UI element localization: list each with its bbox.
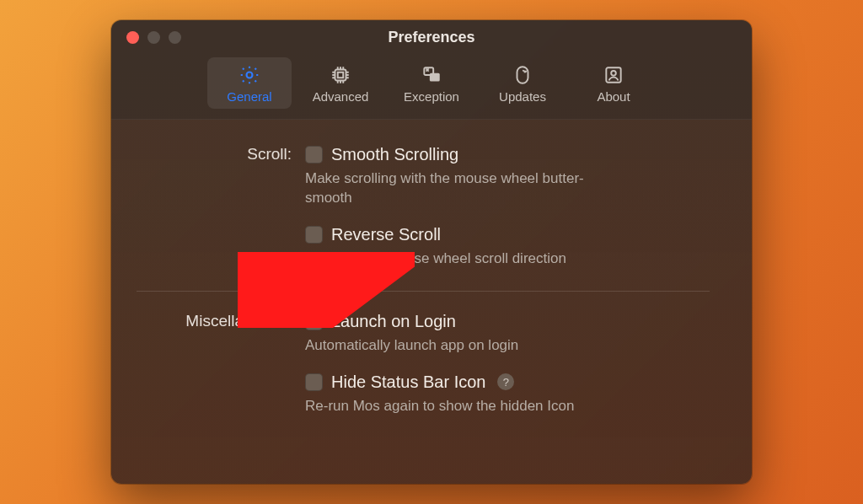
option-title: Launch on Login [331, 312, 456, 331]
option-title: Reverse Scroll [331, 225, 441, 244]
tab-label: About [597, 89, 630, 104]
svg-rect-2 [338, 72, 344, 78]
option-title: Hide Status Bar Icon [331, 373, 485, 392]
maximize-button[interactable] [169, 31, 181, 44]
minimize-button[interactable] [147, 31, 160, 44]
section-misc: Miscellaneous: Launch on Login Automatic… [137, 312, 710, 433]
tab-label: Advanced [313, 89, 369, 104]
svg-point-7 [611, 71, 616, 76]
gear-icon [239, 64, 260, 86]
checkbox-launch-on-login[interactable] [305, 313, 323, 330]
option-launch-on-login: Launch on Login Automatically launch app… [305, 312, 710, 356]
toolbar: General Advanced Exception Updates About [111, 54, 752, 120]
tab-exception[interactable]: Exception [389, 57, 474, 109]
section-label-scroll: Scroll: [137, 145, 305, 286]
option-desc: Automatically launch app on login [305, 336, 617, 356]
tab-about[interactable]: About [571, 57, 656, 109]
svg-rect-5 [517, 67, 528, 83]
checkbox-hide-status-bar-icon[interactable] [305, 373, 323, 391]
titlebar: Preferences [111, 20, 752, 54]
checkbox-smooth-scrolling[interactable] [305, 146, 323, 164]
svg-point-0 [247, 72, 253, 78]
preferences-window: Preferences General Advanced Exception U… [111, 20, 752, 484]
svg-rect-4 [430, 73, 440, 82]
option-hide-status-bar-icon: Hide Status Bar Icon ? Re-run Mos again … [305, 373, 710, 416]
tab-label: Exception [404, 89, 459, 104]
divider [137, 291, 710, 292]
chip-icon [330, 64, 351, 86]
close-button[interactable] [126, 31, 139, 44]
windows-icon [421, 64, 442, 86]
tab-general[interactable]: General [207, 57, 292, 109]
content: Scroll: Smooth Scrolling Make scrolling … [111, 120, 752, 484]
option-reverse-scroll: Reverse Scroll Reverse the mouse wheel s… [305, 225, 710, 269]
tab-label: Updates [499, 89, 546, 104]
option-desc: Reverse the mouse wheel scroll direction [305, 249, 617, 269]
option-desc: Re-run Mos again to show the hidden Icon [305, 397, 617, 416]
option-smooth-scrolling: Smooth Scrolling Make scrolling with the… [305, 145, 710, 208]
window-title: Preferences [111, 29, 752, 46]
checkbox-reverse-scroll[interactable] [305, 226, 323, 244]
tab-label: General [227, 89, 271, 104]
tab-advanced[interactable]: Advanced [298, 57, 383, 109]
section-scroll: Scroll: Smooth Scrolling Make scrolling … [137, 145, 710, 286]
option-title: Smooth Scrolling [331, 145, 458, 164]
person-icon [603, 64, 624, 86]
section-label-misc: Miscellaneous: [137, 312, 305, 433]
refresh-icon [512, 64, 533, 86]
help-icon[interactable]: ? [497, 373, 514, 390]
svg-rect-1 [335, 70, 346, 81]
traffic-lights [111, 31, 181, 44]
tab-updates[interactable]: Updates [480, 57, 565, 109]
option-desc: Make scrolling with the mouse wheel butt… [305, 169, 617, 208]
